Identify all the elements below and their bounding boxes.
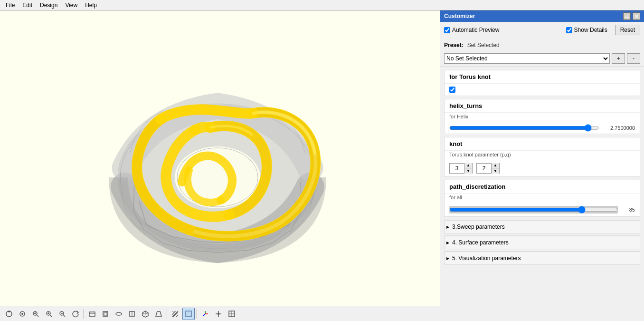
look-around-button[interactable] [16,308,28,320]
svg-line-16 [63,315,65,317]
viewport-content [0,10,440,306]
zoom-extent-button[interactable] [29,308,42,320]
param-knot-section: knot Torus knot parameter (p,q) ▲ ▼ [444,137,640,177]
automatic-preview-checkbox[interactable] [444,27,450,33]
main-area: Customizer ▭ ✕ Automatic Preview Show De… [0,10,644,306]
preset-label: Preset: [444,42,464,49]
helix-turns-slider-track [449,127,599,129]
helix-turns-value: 2.7500000 [602,125,635,131]
sweep-section: ▶ 3.Sweep parameters [444,220,640,233]
svg-line-27 [142,313,145,314]
param-helix-turns-section: helix_turns for Helix 2.7500000 [444,99,640,134]
sweep-label: 3.Sweep parameters [452,224,505,230]
surface-arrow-icon: ▶ [446,241,449,245]
zoom-out-button[interactable] [56,308,68,320]
param-knot-body: ▲ ▼ ▲ ▼ [445,160,640,176]
knot-spinner-group: ▲ ▼ ▲ ▼ [449,163,635,174]
svg-rect-36 [186,311,191,317]
axes-button[interactable] [199,308,211,320]
svg-marker-29 [156,311,161,316]
menubar: File Edit Design View Help [0,0,644,10]
param-torus-knot-body [445,84,640,96]
param-path-disc-sub: for all [445,194,640,203]
param-path-disc-body: 85 [445,203,640,216]
svg-line-8 [37,315,38,317]
svg-line-12 [50,315,52,317]
zoom-in-button[interactable] [43,308,55,320]
right-view-button[interactable] [126,308,138,320]
param-helix-turns-header: helix_turns [445,99,640,113]
svg-rect-21 [104,312,107,315]
knot-p-down[interactable]: ▼ [464,168,472,174]
param-path-disc-section: path_discretization for all 85 [444,180,640,217]
menu-design[interactable]: Design [36,1,61,10]
viewport[interactable] [0,10,440,306]
visualization-label: 5. Visualization parameters [452,255,521,262]
knot-q-down[interactable]: ▼ [492,168,499,174]
preset-row: Preset: Set Selected [444,41,640,49]
helix-turns-slider[interactable] [449,124,599,132]
path-disc-slider[interactable] [449,206,618,214]
visualization-section: ▶ 5. Visualization parameters [444,251,640,265]
rotate-view-button[interactable] [3,308,15,320]
front-view-button[interactable] [99,308,112,320]
visualization-header[interactable]: ▶ 5. Visualization parameters [444,252,640,265]
shaded-active-button[interactable] [182,308,195,320]
knot-q-up[interactable]: ▲ [492,163,499,168]
show-details-label[interactable]: Show Details [566,27,607,33]
torus-knot-checkbox-row [449,87,635,93]
preset-select[interactable]: No Set Selected [444,53,610,64]
reset-view-button[interactable] [69,308,82,320]
svg-point-42 [218,313,219,315]
preset-add-button[interactable]: + [612,53,625,64]
knot-q-spinner[interactable]: ▲ ▼ [476,163,500,174]
surface-label: 4. Surface parameters [452,239,509,246]
perspective-button[interactable] [152,308,165,320]
top-view-button[interactable] [113,308,125,320]
customizer-title: Customizer [444,13,475,19]
separator-3 [197,309,197,319]
param-helix-turns-body: 2.7500000 [445,122,640,134]
show-details-checkbox[interactable] [566,27,572,33]
menu-help[interactable]: Help [81,1,101,10]
menu-view[interactable]: View [61,1,81,10]
shaded-button[interactable] [169,308,181,320]
titlebar-controls: ▭ ✕ [623,12,640,20]
restore-button[interactable]: ▭ [623,12,631,20]
visualization-arrow-icon: ▶ [446,256,449,261]
automatic-preview-label[interactable]: Automatic Preview [444,27,499,33]
torus-knot-visualization [77,39,362,277]
menu-edit[interactable]: Edit [19,1,36,10]
knot-q-value[interactable] [477,165,491,172]
isometric-button[interactable] [139,308,152,320]
svg-line-39 [203,314,205,316]
torus-knot-checkbox[interactable] [449,87,455,93]
param-helix-turns-sub: for Helix [445,113,640,122]
knot-p-buttons: ▲ ▼ [464,163,472,174]
sweep-arrow-icon: ▶ [446,225,449,229]
customizer-toolbar: Automatic Preview Show Details Reset Pre… [440,22,644,67]
customizer-titlebar: Customizer ▭ ✕ [440,10,644,22]
helix-turns-slider-row: 2.7500000 [449,125,635,131]
svg-point-22 [116,312,122,315]
customizer-panel: Customizer ▭ ✕ Automatic Preview Show De… [440,10,644,306]
menu-file[interactable]: File [2,1,19,10]
sweep-header[interactable]: ▶ 3.Sweep parameters [444,220,640,233]
knot-p-value[interactable] [450,165,464,172]
path-disc-slider-track [449,206,618,214]
view-all-button[interactable] [86,308,98,320]
customizer-scroll[interactable]: for Torus knot helix_turns for Helix [440,67,644,306]
reset-button[interactable]: Reset [615,25,640,35]
set-selected-label: Set Selected [465,41,502,49]
origin-button[interactable] [212,308,225,320]
close-button[interactable]: ✕ [633,12,640,20]
param-knot-header: knot [445,137,640,151]
scale-button[interactable] [226,308,238,320]
knot-q-buttons: ▲ ▼ [491,163,499,174]
knot-p-up[interactable]: ▲ [464,163,472,168]
svg-point-6 [21,313,23,315]
surface-header[interactable]: ▶ 4. Surface parameters [444,236,640,249]
toolbar [0,306,644,321]
preset-remove-button[interactable]: - [627,53,640,64]
knot-p-spinner[interactable]: ▲ ▼ [449,163,473,174]
